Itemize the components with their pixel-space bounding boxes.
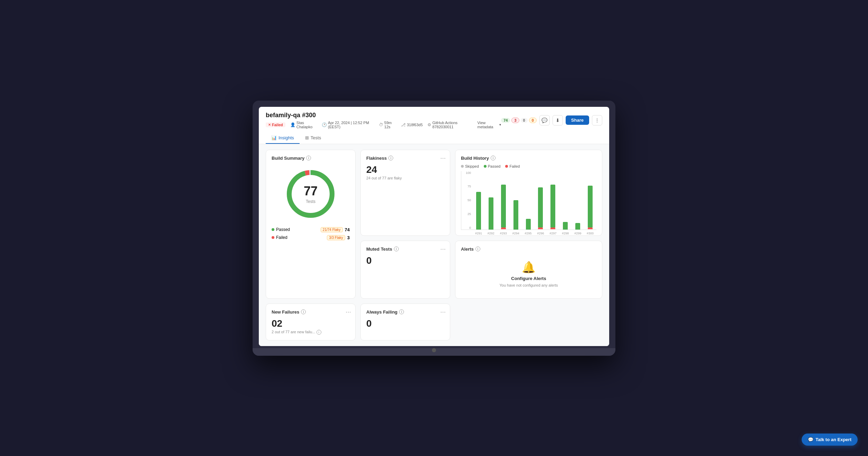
commit-meta: ⎇ 318f63d5 — [401, 122, 423, 127]
muted-tests-info-icon: i — [394, 246, 399, 251]
tabs: 📊 Insights ⊞ Tests — [266, 132, 602, 144]
build-history-card: Build History i Skipped Passed Failed — [455, 150, 602, 236]
passed-bar — [575, 223, 580, 230]
alerts-title: Alerts i — [461, 246, 596, 252]
passed-flaky-badge: 21/74 Flaky — [321, 227, 343, 232]
no-alerts-msg: You have not configured any alerts — [500, 283, 558, 287]
bar-group: #300 — [584, 186, 596, 230]
always-failing-card: Always Failing i ⋯ 0 — [360, 304, 450, 341]
passed-chart-dot — [484, 165, 487, 168]
bar-group: #295 — [522, 219, 535, 230]
build-history-title: Build History i — [461, 156, 596, 161]
passed-bar — [476, 192, 481, 230]
muted-tests-menu[interactable]: ⋯ — [440, 246, 446, 252]
flakiness-card: Flakiness i ⋯ 24 24 out of 77 are flaky — [360, 150, 450, 236]
configure-alerts-label: Configure Alerts — [511, 276, 546, 281]
flakiness-subtitle: 24 out of 77 are flaky — [366, 176, 444, 180]
bar-label: #299 — [574, 232, 581, 235]
passed-dot — [272, 228, 274, 231]
passed-bar — [563, 222, 568, 230]
download-button[interactable]: ⬇ — [553, 115, 563, 125]
alerts-content: 🔔 Configure Alerts You have not configur… — [461, 255, 596, 293]
insights-icon: 📊 — [271, 135, 277, 140]
new-failures-card: New Failures i ⋯ 02 2 out of 77 are new … — [266, 304, 356, 341]
failed-bar — [538, 227, 543, 229]
share-button[interactable]: Share — [566, 115, 589, 125]
badge-74: 74 — [501, 118, 510, 123]
legend-failed: Failed — [505, 164, 520, 168]
bar-group: #293 — [497, 185, 510, 230]
app-header: befamily-qa #300 Failed 👤 Stas Chalapko … — [259, 107, 609, 144]
bell-icon: 🔔 — [522, 261, 536, 274]
new-failures-menu[interactable]: ⋯ — [346, 309, 351, 315]
build-summary-title: Build Summary i — [272, 156, 350, 161]
passed-bar — [526, 219, 531, 230]
donut-text: 77 Tests — [304, 184, 318, 204]
chart-legend: Skipped Passed Failed — [461, 164, 596, 168]
tab-tests[interactable]: ⊞ Tests — [300, 132, 327, 144]
donut-container: 77 Tests — [272, 166, 350, 222]
comment-button[interactable]: 💬 — [539, 115, 550, 125]
new-failures-count: 02 — [272, 318, 350, 329]
muted-tests-card: Muted Tests i ⋯ 0 — [360, 241, 450, 299]
flakiness-info-icon: i — [388, 156, 393, 160]
flakiness-menu[interactable]: ⋯ — [440, 155, 446, 161]
date-meta: 🕐 Apr 22, 2024 | 12:52 PM (EEST) — [322, 121, 374, 129]
new-failures-subtitle: 2 out of 77 are new failu... i — [272, 330, 350, 335]
failed-flaky-badge: 3/3 Flaky — [327, 235, 345, 240]
failed-bar — [501, 227, 506, 229]
bar-label: #298 — [562, 232, 569, 235]
main-content: Build Summary i 77 — [259, 144, 609, 346]
tests-icon: ⊞ — [305, 135, 309, 140]
ci-meta: ⚙ GitHub Actions 8782030011 — [427, 121, 472, 129]
badge-0-orange: 0 — [529, 118, 537, 123]
failed-dot — [272, 236, 274, 239]
bar-group: #292 — [485, 197, 497, 230]
user-meta: 👤 Stas Chalapko — [290, 121, 317, 129]
bar-chart: 100 75 50 25 0 #291#292#293#294#295#296#… — [461, 171, 596, 230]
bar-group: #297 — [547, 185, 559, 230]
user-icon: 👤 — [290, 122, 295, 127]
bar-label: #294 — [512, 232, 519, 235]
bar-label: #295 — [525, 232, 532, 235]
passed-bar — [550, 185, 555, 227]
bar-group: #296 — [535, 187, 547, 230]
bar-group: #294 — [510, 200, 522, 230]
tab-insights[interactable]: 📊 Insights — [266, 132, 300, 144]
bar-group: #298 — [559, 222, 572, 230]
failed-chart-dot — [505, 165, 508, 168]
bar-label: #293 — [500, 232, 507, 235]
bar-label: #296 — [537, 232, 544, 235]
build-meta: Failed 👤 Stas Chalapko 🕐 Apr 22, 2024 | … — [266, 121, 501, 129]
always-failing-info-icon: i — [399, 309, 404, 314]
view-metadata-link[interactable]: View metadata ▾ — [478, 121, 501, 129]
bar-label: #297 — [549, 232, 556, 235]
git-icon: ⎇ — [401, 122, 406, 127]
always-failing-count: 0 — [366, 318, 444, 329]
passed-bar — [513, 200, 518, 230]
failed-bar — [588, 227, 593, 229]
passed-bar — [538, 187, 543, 227]
ci-icon: ⚙ — [427, 122, 431, 127]
new-failures-info-icon: i — [301, 309, 306, 314]
duration-meta: ⏱ 59m 12s — [379, 121, 396, 129]
clock-icon: 🕐 — [322, 122, 327, 127]
always-failing-menu[interactable]: ⋯ — [440, 309, 446, 315]
always-failing-title: Always Failing i — [366, 309, 444, 315]
new-failures-sub-icon: i — [317, 330, 321, 335]
muted-tests-title: Muted Tests i — [366, 246, 444, 252]
alerts-card: Alerts i 🔔 Configure Alerts You have not… — [455, 241, 602, 299]
failed-bar — [550, 227, 555, 229]
build-summary-card: Build Summary i 77 — [266, 150, 356, 299]
muted-tests-count: 0 — [366, 255, 444, 266]
status-badge: Failed — [266, 122, 285, 127]
more-button[interactable]: ⋮ — [592, 115, 602, 125]
tab-badges: 74 3 0 0 — [501, 118, 537, 123]
bar-label: #300 — [587, 232, 594, 235]
skipped-dot — [461, 165, 464, 168]
passed-legend: Passed 21/74 Flaky 74 — [272, 227, 350, 232]
flakiness-count: 24 — [366, 164, 444, 175]
failed-legend: Failed 3/3 Flaky 3 — [272, 235, 350, 240]
badge-0-gray: 0 — [521, 118, 528, 123]
y-axis: 100 75 50 25 0 — [461, 171, 471, 230]
